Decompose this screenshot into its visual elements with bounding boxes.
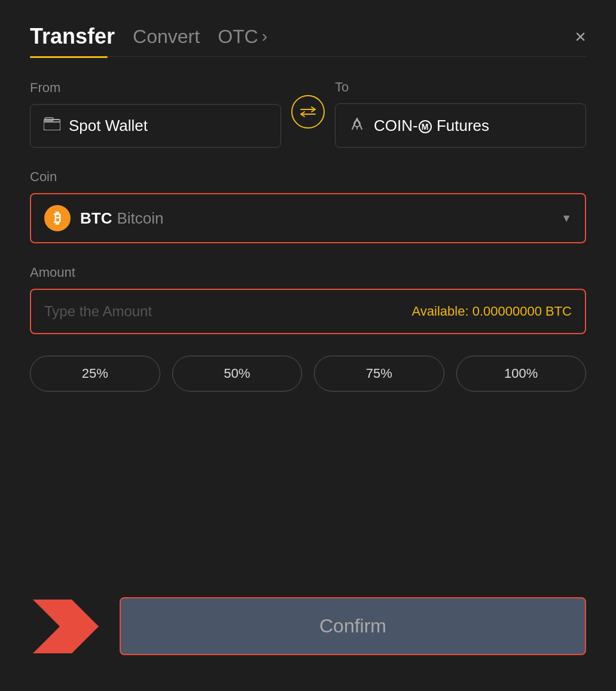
arrow-container	[30, 600, 102, 653]
red-arrow-icon	[33, 600, 99, 653]
amount-box: Type the Amount Available: 0.00000000 BT…	[30, 289, 586, 334]
from-wallet-box[interactable]: Spot Wallet	[30, 104, 281, 148]
otc-chevron-icon: ›	[262, 27, 267, 46]
to-label: To	[335, 80, 586, 95]
swap-button[interactable]	[291, 95, 325, 129]
to-wallet-box[interactable]: COIN-M Futures	[335, 103, 586, 148]
coin-symbol: BTC	[80, 209, 112, 228]
percent-50-button[interactable]: 50%	[172, 356, 303, 392]
percent-75-button[interactable]: 75%	[314, 356, 444, 392]
transfer-modal: Transfer Convert OTC › × From	[0, 0, 616, 691]
from-to-row: From Spot Wallet	[30, 80, 586, 148]
coin-section: Coin ₿ BTC Bitcoin ▼	[30, 169, 586, 243]
swap-button-container	[281, 95, 335, 132]
tab-otc-label: OTC	[218, 26, 258, 48]
active-tab-underline	[30, 56, 108, 58]
tab-otc[interactable]: OTC ›	[218, 26, 267, 48]
from-wallet-text: Spot Wallet	[69, 117, 148, 135]
amount-placeholder[interactable]: Type the Amount	[44, 303, 412, 320]
percent-25-button[interactable]: 25%	[30, 356, 160, 392]
coin-selector[interactable]: ₿ BTC Bitcoin ▼	[30, 193, 586, 243]
amount-section: Amount Type the Amount Available: 0.0000…	[30, 265, 586, 334]
percent-row: 25% 50% 75% 100%	[30, 356, 586, 392]
from-column: From Spot Wallet	[30, 80, 281, 148]
coin-name: Bitcoin	[117, 209, 163, 228]
to-column: To COIN-M Futures	[335, 80, 586, 148]
amount-available: Available: 0.00000000 BTC	[412, 304, 572, 319]
btc-symbol: ₿	[54, 210, 61, 227]
coin-label: Coin	[30, 169, 586, 185]
tab-underline-container	[30, 56, 586, 58]
tab-divider	[30, 56, 586, 57]
percent-100-button[interactable]: 100%	[456, 356, 587, 392]
dropdown-arrow-icon: ▼	[561, 212, 572, 225]
btc-icon: ₿	[44, 205, 71, 231]
svg-marker-3	[33, 600, 99, 653]
available-label: Available:	[412, 304, 469, 319]
futures-icon	[349, 116, 365, 135]
tab-convert[interactable]: Convert	[133, 26, 200, 48]
available-value: 0.00000000 BTC	[472, 304, 572, 319]
modal-header: Transfer Convert OTC › ×	[30, 24, 586, 49]
from-to-section: From Spot Wallet	[30, 80, 586, 148]
to-futures-text: COIN-M Futures	[374, 117, 489, 135]
bottom-area: Confirm	[30, 597, 586, 655]
from-label: From	[30, 80, 281, 96]
tab-transfer[interactable]: Transfer	[30, 24, 115, 49]
amount-label: Amount	[30, 265, 586, 280]
close-button[interactable]: ×	[575, 27, 586, 46]
wallet-icon	[44, 117, 60, 134]
confirm-button[interactable]: Confirm	[120, 597, 586, 655]
